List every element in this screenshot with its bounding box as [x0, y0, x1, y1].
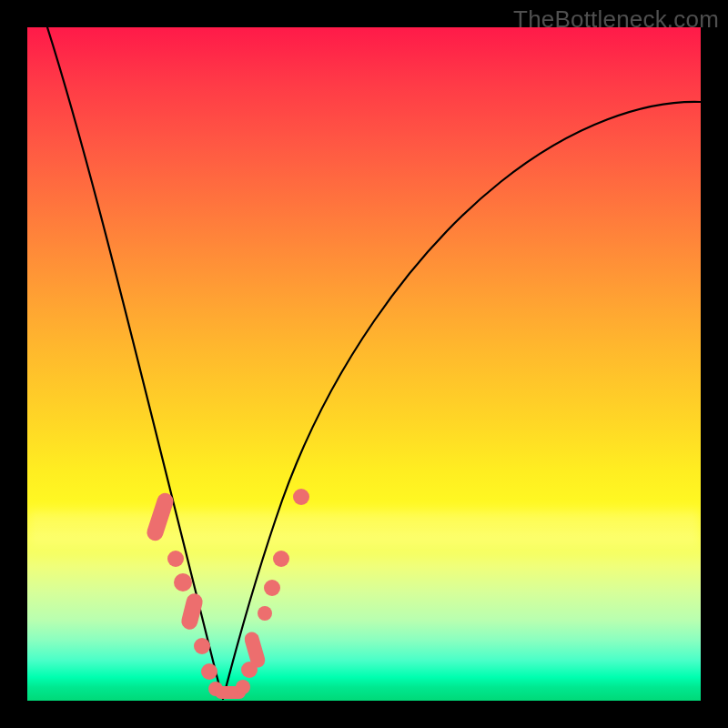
marker-dot	[264, 580, 280, 596]
watermark-text: TheBottleneck.com	[513, 5, 719, 34]
marker-dot	[236, 680, 250, 694]
marker-dot	[273, 551, 289, 567]
plot-area	[27, 27, 701, 701]
chart-frame: TheBottleneck.com	[0, 0, 728, 728]
curve-layer	[27, 27, 701, 701]
marker-dot	[167, 551, 184, 567]
marker-dot	[194, 638, 210, 654]
marker-pill	[145, 491, 176, 543]
marker-dot	[258, 606, 272, 621]
scatter-markers	[145, 489, 309, 699]
marker-dot	[293, 489, 309, 505]
right-curve	[223, 102, 701, 699]
marker-dot	[174, 573, 192, 592]
marker-dot	[201, 663, 217, 680]
